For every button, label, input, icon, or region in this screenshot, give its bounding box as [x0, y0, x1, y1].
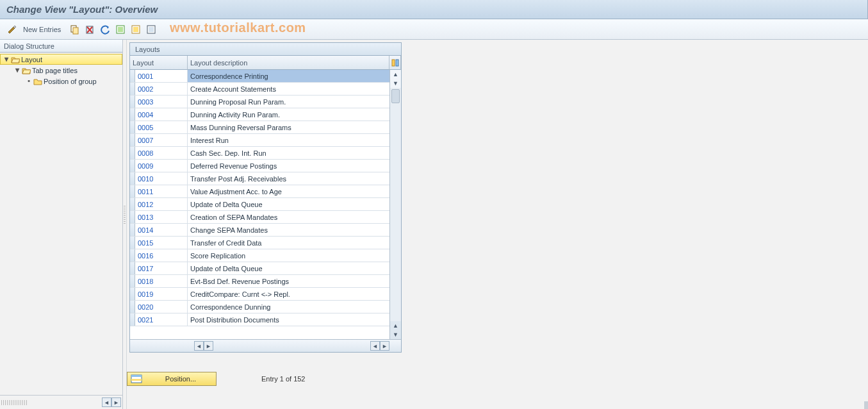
- cell-layout-desc[interactable]: Value Adjustment Acc. to Age: [188, 185, 389, 197]
- table-row[interactable]: 0016Score Replication: [130, 249, 389, 262]
- scroll-up-icon[interactable]: ▲: [390, 70, 401, 79]
- row-selector[interactable]: [130, 134, 135, 146]
- cell-layout-desc[interactable]: Dunning Activity Run Param.: [188, 108, 389, 121]
- cell-layout-desc[interactable]: Create Account Statements: [188, 83, 389, 95]
- row-selector[interactable]: [130, 262, 135, 274]
- tree-node[interactable]: •Position of group: [0, 76, 122, 87]
- table-row[interactable]: 0005Mass Dunning Reversal Params: [130, 121, 389, 134]
- tree-node[interactable]: ▼Layout: [0, 54, 122, 65]
- scroll-down-icon[interactable]: ▼: [390, 79, 401, 88]
- row-selector[interactable]: [130, 198, 135, 210]
- table-row[interactable]: 0010Transfer Post Adj. Receivables: [130, 172, 389, 185]
- scroll-right-icon[interactable]: ►: [204, 341, 213, 351]
- row-selector[interactable]: [130, 211, 135, 223]
- resize-grip-icon[interactable]: [1, 400, 27, 405]
- scroll-track[interactable]: [390, 88, 401, 321]
- table-row[interactable]: 0003Dunning Proposal Run Param.: [130, 96, 389, 108]
- cell-layout-id[interactable]: 0010: [135, 172, 188, 185]
- cell-layout-desc[interactable]: Creation of SEPA Mandates: [188, 211, 389, 223]
- scroll-left-icon[interactable]: ◄: [370, 341, 380, 351]
- col-layout[interactable]: Layout: [130, 56, 188, 70]
- new-entries-button[interactable]: New Entries: [20, 26, 66, 33]
- scroll-left-icon[interactable]: ◄: [102, 397, 111, 407]
- cell-layout-desc[interactable]: Score Replication: [188, 249, 389, 262]
- cell-layout-id[interactable]: 0004: [135, 108, 188, 121]
- scroll-thumb[interactable]: [391, 89, 400, 103]
- row-selector[interactable]: [130, 121, 135, 133]
- cell-layout-desc[interactable]: Evt-Bsd Def. Revenue Postings: [188, 275, 389, 287]
- cell-layout-id[interactable]: 0003: [135, 96, 188, 108]
- table-row[interactable]: 0017Update of Delta Queue: [130, 262, 389, 275]
- row-selector[interactable]: [130, 288, 135, 300]
- row-selector[interactable]: [130, 96, 135, 108]
- table-row[interactable]: 0019CreditCompare: Curnt <-> Repl.: [130, 288, 389, 301]
- cell-layout-desc[interactable]: Mass Dunning Reversal Params: [188, 121, 389, 133]
- toggle-edit-icon[interactable]: [5, 22, 19, 37]
- cell-layout-desc[interactable]: Dunning Proposal Run Param.: [188, 96, 389, 108]
- row-selector[interactable]: [130, 224, 135, 236]
- cell-layout-id[interactable]: 0019: [135, 288, 188, 300]
- cell-layout-id[interactable]: 0007: [135, 134, 188, 146]
- row-selector[interactable]: [130, 108, 135, 121]
- cell-layout-id[interactable]: 0011: [135, 185, 188, 197]
- select-all-icon[interactable]: [113, 22, 127, 37]
- table-row[interactable]: 0020Correspondence Dunning: [130, 301, 389, 313]
- cell-layout-desc[interactable]: Deferred Revenue Postings: [188, 160, 389, 172]
- cell-layout-id[interactable]: 0018: [135, 275, 188, 287]
- row-selector[interactable]: [130, 275, 135, 287]
- cell-layout-id[interactable]: 0016: [135, 249, 188, 262]
- page-scrollbar-icon[interactable]: [864, 401, 868, 409]
- row-selector[interactable]: [130, 160, 135, 172]
- row-selector[interactable]: [130, 249, 135, 262]
- table-row[interactable]: 0013Creation of SEPA Mandates: [130, 211, 389, 224]
- scroll-up2-icon[interactable]: ▲: [390, 321, 401, 330]
- table-row[interactable]: 0018Evt-Bsd Def. Revenue Postings: [130, 275, 389, 288]
- row-selector[interactable]: [130, 185, 135, 197]
- scroll-right-icon[interactable]: ►: [111, 397, 121, 407]
- cell-layout-desc[interactable]: Change SEPA Mandates: [188, 224, 389, 236]
- cell-layout-desc[interactable]: CreditCompare: Curnt <-> Repl.: [188, 288, 389, 300]
- cell-layout-id[interactable]: 0021: [135, 313, 188, 326]
- cell-layout-id[interactable]: 0002: [135, 83, 188, 95]
- table-row[interactable]: 0012Update of Delta Queue: [130, 198, 389, 211]
- cell-layout-desc[interactable]: Cash Sec. Dep. Int. Run: [188, 147, 389, 159]
- cell-layout-desc[interactable]: Update of Delta Queue: [188, 198, 389, 210]
- row-selector[interactable]: [130, 83, 135, 95]
- table-row[interactable]: 0021Post Distribution Documents: [130, 313, 389, 326]
- col-layout-description[interactable]: Layout description: [188, 56, 389, 70]
- scroll-left-icon[interactable]: ◄: [194, 341, 204, 351]
- table-row[interactable]: 0004Dunning Activity Run Param.: [130, 108, 389, 121]
- scroll-right-icon[interactable]: ►: [380, 341, 389, 351]
- table-row[interactable]: 0014Change SEPA Mandates: [130, 224, 389, 237]
- cell-layout-desc[interactable]: Transfer Post Adj. Receivables: [188, 172, 389, 185]
- cell-layout-desc[interactable]: Transfer of Credit Data: [188, 237, 389, 249]
- cell-layout-desc[interactable]: Post Distribution Documents: [188, 313, 389, 326]
- tree-twisty-icon[interactable]: ▼: [14, 66, 20, 74]
- cell-layout-id[interactable]: 0008: [135, 147, 188, 159]
- table-row[interactable]: 0015Transfer of Credit Data: [130, 237, 389, 249]
- cell-layout-desc[interactable]: Correspondence Dunning: [188, 301, 389, 313]
- configure-columns-icon[interactable]: [389, 56, 401, 70]
- row-selector[interactable]: [130, 313, 135, 326]
- scroll-down2-icon[interactable]: ▼: [390, 330, 401, 339]
- table-row[interactable]: 0002Create Account Statements: [130, 83, 389, 96]
- row-selector[interactable]: [130, 237, 135, 249]
- table-row[interactable]: 0007Interest Run: [130, 134, 389, 147]
- cell-layout-id[interactable]: 0012: [135, 198, 188, 210]
- table-row[interactable]: 0009Deferred Revenue Postings: [130, 160, 389, 172]
- undo-icon[interactable]: [98, 22, 112, 37]
- tree-twisty-icon[interactable]: ▼: [3, 55, 10, 63]
- row-selector[interactable]: [130, 147, 135, 159]
- cell-layout-id[interactable]: 0015: [135, 237, 188, 249]
- cell-layout-id[interactable]: 0001: [135, 70, 188, 82]
- cell-layout-id[interactable]: 0014: [135, 224, 188, 236]
- cell-layout-id[interactable]: 0005: [135, 121, 188, 133]
- row-selector[interactable]: [130, 70, 135, 82]
- copy-icon[interactable]: [67, 22, 81, 37]
- cell-layout-desc[interactable]: Update of Delta Queue: [188, 262, 389, 274]
- cell-layout-id[interactable]: 0009: [135, 160, 188, 172]
- delete-icon[interactable]: [83, 22, 97, 37]
- table-row[interactable]: 0008Cash Sec. Dep. Int. Run: [130, 147, 389, 160]
- cell-layout-id[interactable]: 0017: [135, 262, 188, 274]
- row-selector[interactable]: [130, 172, 135, 185]
